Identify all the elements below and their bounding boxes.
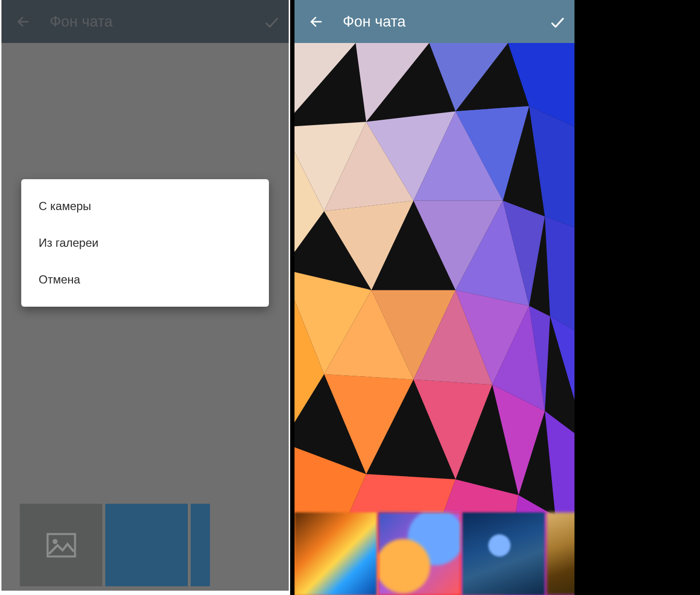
thumb-starry-blue[interactable] [462,512,545,595]
svg-marker-6 [429,43,508,112]
dialog-option-cancel[interactable]: Отмена [21,261,269,298]
background-preview[interactable] [294,43,574,595]
dialog-option-camera[interactable]: С камеры [21,188,269,225]
image-placeholder-icon [46,533,76,558]
thumb-custom-image[interactable] [20,504,102,586]
appbar: Фон чата [294,0,574,43]
svg-rect-1 [47,534,75,556]
thumb-bokeh-gold[interactable] [546,512,574,595]
svg-point-2 [52,539,57,544]
thumb-lowpoly-color[interactable] [378,512,461,595]
dialog-option-gallery[interactable]: Из галереи [21,225,269,261]
image-source-dialog: С камеры Из галереи Отмена [21,179,269,307]
thumb-solid-blue[interactable] [105,504,188,586]
svg-marker-13 [324,201,413,290]
svg-marker-5 [356,43,429,122]
thumb-striped-blue[interactable] [191,504,210,586]
back-icon[interactable] [309,14,323,29]
svg-marker-4 [294,43,356,127]
svg-marker-24 [413,380,492,480]
wallpaper-thumbnails[interactable] [1,504,289,586]
confirm-icon[interactable] [549,14,564,29]
wallpaper-thumbnails[interactable] [294,512,574,595]
screenshot-right: Фон чата [294,0,574,595]
thumb-nebula-orange[interactable] [294,512,377,595]
appbar-title: Фон чата [343,13,549,30]
screenshot-left: Фон чата С камеры Из галереи Отмена [0,0,290,595]
svg-marker-23 [324,374,413,474]
screenshot-separator [290,0,294,595]
